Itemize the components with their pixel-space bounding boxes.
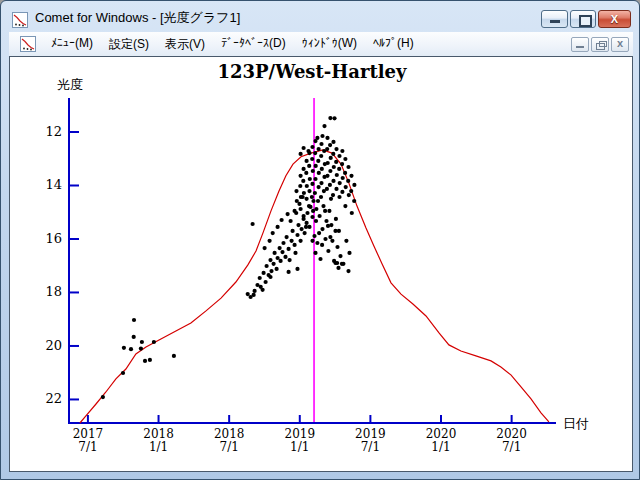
- observation-point: [318, 257, 322, 261]
- observation-point: [143, 359, 147, 363]
- observation-point: [315, 136, 319, 140]
- mdi-minimize-button[interactable]: [571, 37, 589, 52]
- minimize-button[interactable]: [541, 10, 568, 28]
- magnitude-chart: 12141618202220177/120181/120187/120191/1…: [10, 57, 632, 471]
- observation-point: [331, 193, 335, 197]
- x-tick-label-date: 7/1: [78, 440, 97, 454]
- mdi-restore-button[interactable]: [591, 37, 609, 52]
- observation-point: [319, 195, 323, 199]
- observation-point: [331, 179, 335, 183]
- close-button[interactable]: X: [598, 10, 631, 28]
- observation-point: [336, 266, 340, 270]
- observation-point: [139, 347, 143, 351]
- observation-point: [293, 243, 297, 247]
- observation-point: [132, 318, 136, 322]
- observation-point: [341, 262, 345, 266]
- menu-bar: ﾒﾆｭｰ(M)設定(S)表示(V)ﾃﾞｰﾀﾍﾞｰｽ(D)ｳｨﾝﾄﾞｳ(W)ﾍﾙﾌ…: [9, 32, 633, 56]
- y-tick-label: 16: [45, 231, 62, 246]
- observation-point: [340, 149, 344, 153]
- observation-point: [275, 267, 279, 271]
- observation-point: [334, 147, 338, 151]
- observation-point: [269, 269, 273, 273]
- observation-point: [255, 283, 259, 287]
- observation-point: [311, 169, 315, 173]
- observation-point: [330, 239, 334, 243]
- observation-point: [325, 147, 329, 151]
- x-tick-label-date: 7/1: [220, 440, 239, 454]
- observation-point: [343, 157, 347, 161]
- observation-point: [265, 264, 269, 268]
- observation-point: [329, 223, 333, 227]
- observation-point: [305, 197, 309, 201]
- observation-point: [306, 149, 310, 153]
- observation-point: [304, 171, 308, 175]
- observation-point: [340, 162, 344, 166]
- observation-point: [279, 259, 283, 263]
- observation-point: [333, 229, 337, 233]
- observation-point: [327, 209, 331, 213]
- title-bar[interactable]: Comet for Windows - [光度グラフ1] X: [1, 1, 639, 32]
- x-tick-label-year: 2017: [73, 427, 104, 441]
- observation-point: [313, 177, 317, 181]
- observation-point: [305, 221, 309, 225]
- observation-point: [293, 251, 297, 255]
- observation-point: [319, 154, 323, 158]
- observation-point: [329, 156, 333, 160]
- x-tick-label-date: 1/1: [431, 440, 450, 454]
- x-tick-label-date: 7/1: [502, 440, 521, 454]
- observation-point: [271, 231, 275, 235]
- mdi-window-controls: [571, 37, 629, 52]
- x-tick-label-year: 2019: [285, 427, 316, 441]
- observation-point: [347, 251, 351, 255]
- observation-point: [288, 258, 292, 262]
- chart-title: 123P/West-Hartley: [10, 61, 614, 82]
- observation-point: [318, 214, 322, 218]
- observation-point: [346, 165, 350, 169]
- observation-point: [344, 185, 348, 189]
- menu-item-2[interactable]: 表示(V): [157, 33, 213, 56]
- menu-item-3[interactable]: ﾃﾞｰﾀﾍﾞｰｽ(D): [213, 33, 294, 56]
- observation-point: [323, 209, 327, 213]
- mdi-close-button[interactable]: [611, 37, 629, 52]
- observation-point: [329, 197, 333, 201]
- menu-item-1[interactable]: 設定(S): [101, 33, 157, 56]
- observation-point: [349, 189, 353, 193]
- observation-point: [350, 211, 354, 215]
- observation-point: [343, 204, 347, 208]
- observation-point: [299, 207, 303, 211]
- observation-point: [295, 233, 299, 237]
- maximize-button[interactable]: [570, 10, 596, 28]
- observation-point: [172, 354, 176, 358]
- observation-point: [121, 371, 125, 375]
- observation-point: [301, 179, 305, 183]
- observation-point: [305, 159, 309, 163]
- observation-point: [328, 169, 332, 173]
- observation-point: [352, 199, 356, 203]
- observation-point: [253, 289, 257, 293]
- observation-point: [316, 159, 320, 163]
- observation-point: [347, 193, 351, 197]
- observation-point: [337, 195, 341, 199]
- observation-point: [263, 246, 267, 250]
- menu-item-4[interactable]: ｳｨﾝﾄﾞｳ(W): [294, 33, 365, 56]
- observation-point: [302, 214, 306, 218]
- observation-point: [344, 239, 348, 243]
- observation-point: [132, 335, 136, 339]
- y-tick-label: 22: [45, 391, 62, 406]
- observation-point: [319, 181, 323, 185]
- observation-point: [326, 161, 330, 165]
- x-tick-label-date: 1/1: [149, 440, 168, 454]
- observation-point: [338, 254, 342, 258]
- menu-item-5[interactable]: ﾍﾙﾌﾟ(H): [365, 33, 422, 56]
- observation-point: [287, 247, 291, 251]
- observation-point: [316, 199, 320, 203]
- observation-point: [302, 146, 306, 150]
- menu-item-0[interactable]: ﾒﾆｭｰ(M): [43, 33, 101, 56]
- close-icon: X: [599, 13, 630, 25]
- x-tick-label-date: 7/1: [361, 440, 380, 454]
- observation-point: [129, 347, 133, 351]
- observation-point: [299, 239, 303, 243]
- observation-point: [305, 211, 309, 215]
- x-axis-title: 日付: [563, 416, 589, 431]
- observation-point: [319, 142, 323, 146]
